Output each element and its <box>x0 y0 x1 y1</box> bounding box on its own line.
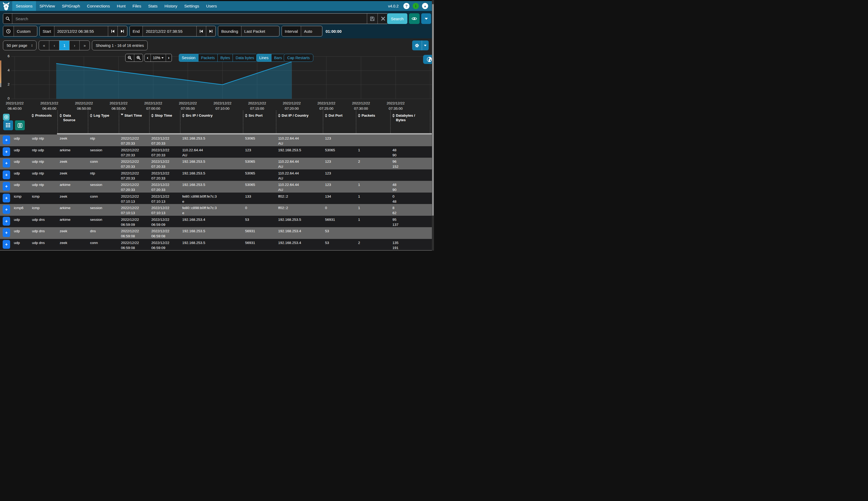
start-time-cell: 2022/12/2206:59:08 <box>119 239 149 250</box>
nav-item-sessions[interactable]: Sessions <box>12 1 36 11</box>
col-header-dst-port[interactable]: Dst Port <box>323 110 356 133</box>
time-range-select[interactable]: Custom <box>3 26 37 36</box>
log-type-cell: conn <box>88 193 119 204</box>
table-settings-button[interactable] <box>412 41 429 50</box>
bounding-group: Bounding Last Packet <box>218 26 279 36</box>
x-tick-date: 2022/12/22 <box>32 101 67 106</box>
expand-row-button[interactable]: + <box>3 159 10 168</box>
protocols-cell: udp dns <box>30 216 57 227</box>
x-tick-label: 2022/12/2207:35:00 <box>378 101 413 111</box>
col-header-label: Protocols <box>35 113 52 118</box>
col-header-data-source[interactable]: Data Source <box>57 110 88 133</box>
log-type-cell: session <box>88 181 119 193</box>
col-header-protocols[interactable]: Protocols <box>30 110 57 133</box>
expand-row-button[interactable]: + <box>3 240 10 249</box>
col-header-label: Databytes / Bytes <box>396 113 422 122</box>
col-header-label: Src IP / Country <box>186 113 213 118</box>
chart-style-bars[interactable]: Bars <box>271 54 285 62</box>
nav-item-connections[interactable]: Connections <box>83 1 113 11</box>
expand-cell: + <box>0 193 12 204</box>
chart-series-bytes[interactable]: Bytes <box>218 54 233 62</box>
pan-right-icon[interactable]: › <box>166 54 172 62</box>
first-page-button[interactable]: « <box>39 41 49 50</box>
expand-row-button[interactable]: + <box>3 217 10 226</box>
protocols-cell: udp ntp <box>30 158 57 169</box>
clear-search-icon[interactable] <box>378 13 388 24</box>
x-tick-date: 2022/12/22 <box>344 101 378 106</box>
end-skip-begin-icon[interactable] <box>197 26 206 36</box>
nav-item-files[interactable]: Files <box>129 1 145 11</box>
col-header-log-type[interactable]: Log Type <box>88 110 119 133</box>
col-header-src-port[interactable]: Src Port <box>243 110 276 133</box>
page-size-select[interactable]: 50 per page ▲▼ <box>3 41 36 50</box>
expand-row-button[interactable]: + <box>3 194 10 202</box>
nav-item-users[interactable]: Users <box>203 1 220 11</box>
chevron-up-icon[interactable]: ▲ <box>422 3 428 9</box>
info-icon[interactable]: i <box>413 3 419 9</box>
sort-up-arrow <box>358 114 360 115</box>
chart-series-data-bytes[interactable]: Data bytes <box>233 54 256 62</box>
expand-row-button[interactable]: + <box>3 170 10 179</box>
nav-item-spiview[interactable]: SPIView <box>36 1 59 11</box>
search-button[interactable]: Search <box>387 13 407 24</box>
sort-down-arrow <box>245 116 247 117</box>
expand-row-button[interactable]: + <box>3 205 10 214</box>
interval-select[interactable]: Auto <box>301 26 322 36</box>
expand-row-button[interactable]: + <box>3 228 10 237</box>
nav-item-stats[interactable]: Stats <box>145 1 161 11</box>
help-icon[interactable]: ? <box>403 3 410 9</box>
chart-style-lines[interactable]: Lines <box>256 54 271 62</box>
end-skip-end-icon[interactable] <box>206 26 215 36</box>
col-header-label: Dst IP / Country <box>282 113 308 118</box>
bounding-select[interactable]: Last Packet <box>241 26 279 36</box>
start-time-input[interactable]: 2022/12/22 06:38:55 <box>54 26 108 36</box>
src-ip-cell: 192.168.253.4 <box>180 216 243 227</box>
src-port-cell: 0 <box>243 204 276 216</box>
nav-item-history[interactable]: History <box>161 1 181 11</box>
col-header-dst-ip-country[interactable]: Dst IP / Country <box>276 110 323 133</box>
zoom-in-icon[interactable] <box>134 54 143 62</box>
col-header-databytes-bytes[interactable]: Databytes / Bytes <box>390 110 430 133</box>
packets-cell: 1 <box>356 193 390 204</box>
expand-row-button[interactable]: + <box>3 182 10 191</box>
pan-left-icon[interactable]: ‹ <box>145 54 150 62</box>
dst-port-cell: 123 <box>323 158 356 169</box>
search-options-dropdown[interactable] <box>421 13 431 24</box>
start-skip-end-icon[interactable] <box>117 26 127 36</box>
dst-port-cell: 123 <box>323 181 356 193</box>
save-search-icon[interactable] <box>367 13 378 24</box>
data-source-cell: arkime <box>57 146 88 158</box>
databytes-cell: 862 <box>390 204 430 216</box>
current-page-button[interactable]: 1 <box>59 41 69 50</box>
next-page-button[interactable]: › <box>69 41 80 50</box>
nav-item-settings[interactable]: Settings <box>181 1 203 11</box>
nav-item-spigraph[interactable]: SPIGraph <box>59 1 83 11</box>
arkime-owl-logo-icon[interactable] <box>0 1 12 11</box>
search-group <box>3 13 389 24</box>
col-header-start-time[interactable]: Start Time <box>119 110 149 133</box>
page-scrollbar-thumb[interactable] <box>432 4 434 216</box>
col-header-packets[interactable]: Packets <box>356 110 390 133</box>
cap-restarts-button[interactable]: Cap Restarts <box>284 54 313 62</box>
start-skip-begin-icon[interactable] <box>108 26 117 36</box>
zoom-out-icon[interactable] <box>126 54 134 62</box>
chart-series-session[interactable]: Session <box>179 54 198 62</box>
zoom-percent-select[interactable]: 10% <box>150 54 166 62</box>
last-page-button[interactable]: » <box>80 41 89 50</box>
expand-row-button[interactable]: + <box>3 147 10 156</box>
sort-up-arrow <box>278 114 280 115</box>
sort-up-arrow <box>182 114 184 115</box>
col-header-src-ip-country[interactable]: Src IP / Country <box>180 110 243 133</box>
sort-icon <box>358 114 360 117</box>
nav-item-hunt[interactable]: Hunt <box>113 1 129 11</box>
end-time-input[interactable]: 2022/12/22 07:38:55 <box>142 26 197 36</box>
prev-page-button[interactable]: ‹ <box>49 41 59 50</box>
expand-row-button[interactable]: + <box>3 136 10 145</box>
databytes-cell <box>390 169 430 181</box>
sort-up-arrow <box>31 114 34 115</box>
chart-series-packets[interactable]: Packets <box>198 54 218 62</box>
eye-button[interactable] <box>409 13 420 24</box>
sort-icon <box>151 114 154 117</box>
col-header-stop-time[interactable]: Stop Time <box>149 110 180 133</box>
search-input[interactable] <box>12 13 367 24</box>
